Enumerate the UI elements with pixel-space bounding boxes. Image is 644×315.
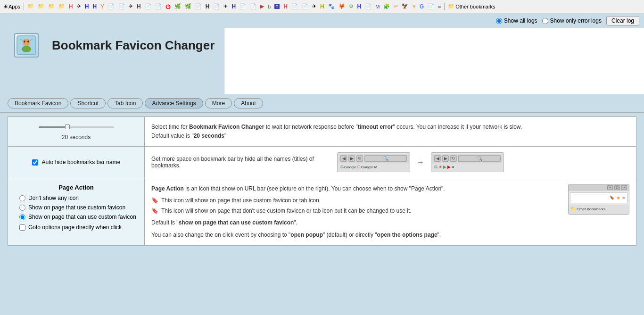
bm-more-chevron[interactable]: » — [437, 3, 442, 10]
pa-radio-custom[interactable] — [19, 205, 25, 211]
after-bm-youtube: ▶ — [447, 165, 451, 169]
bm-icon-15[interactable]: 📄 — [194, 3, 203, 10]
show-all-logs-label[interactable]: Show all logs — [496, 17, 537, 24]
nav-refresh: ↻ — [356, 155, 363, 162]
bm-icon-27[interactable]: 📄 — [300, 3, 310, 10]
bm-icon-35[interactable]: М — [374, 3, 381, 10]
bm-icon-20[interactable]: 📄 — [238, 3, 248, 10]
tab-bookmark-favicon[interactable]: Bookmark Favicon — [8, 98, 68, 108]
bm-icon-5[interactable]: Y — [99, 3, 106, 10]
bm-icon-4[interactable]: H — [91, 3, 98, 10]
pa-option-can-use[interactable]: Show on page that can use custom favicon — [19, 214, 136, 220]
bm-icon-41[interactable]: 📄 — [426, 3, 436, 10]
tab-shortcut[interactable]: Shortcut — [70, 98, 106, 108]
bm-icon-13[interactable]: 🌿 — [173, 3, 182, 10]
pw-bm-bar: 📁 Other bookmarks — [569, 205, 629, 214]
pa-green-icon: 🔖 — [151, 196, 158, 205]
bm-icon-6[interactable]: 📄 — [107, 3, 116, 10]
bm-icon-16[interactable]: H — [204, 3, 211, 10]
apps-label: Apps — [8, 4, 20, 9]
pa-option-none[interactable]: Don't show any icon — [19, 195, 79, 201]
bm-icon-25[interactable]: H — [282, 3, 289, 10]
bm-icon-33[interactable]: H — [356, 3, 363, 10]
bm-icon-14[interactable]: 🌿 — [183, 3, 193, 10]
page-icon: 📄 — [108, 3, 115, 9]
goto-checkbox[interactable] — [19, 224, 25, 231]
bm-folder-4[interactable]: 📁 — [57, 3, 66, 10]
other-bookmarks[interactable]: 📁 Other bookmarks — [446, 3, 496, 10]
bm-icon-18[interactable]: ✈ — [222, 3, 229, 10]
autohide-label: Auto hide bookmarks bar name — [42, 159, 121, 166]
bm-icon-1[interactable]: H — [67, 3, 74, 10]
folder-icon: 📁 — [38, 3, 44, 9]
before-browser-bar: ◀ ▶ ↻ 🔍 G Google G Goo — [337, 152, 410, 172]
show-error-logs-radio[interactable] — [542, 18, 548, 24]
apps-bookmark[interactable]: ⊞ Apps — [2, 3, 22, 10]
pa-red-x-icon: 🔖 — [151, 206, 158, 216]
goto-checkbox-row[interactable]: Goto options page directly when click — [15, 224, 138, 231]
tabs-bar: Bookmark Favicon Shortcut Tab Icon Advan… — [0, 94, 644, 112]
settings-table: 20 seconds Select time for Bookmark Favi… — [8, 116, 636, 246]
tab-advance-settings[interactable]: Advance Settings — [145, 98, 203, 108]
bm-icon-40[interactable]: G — [418, 3, 425, 10]
pw-close: × — [621, 185, 627, 190]
pa-radio-can-use[interactable] — [19, 214, 25, 220]
timeout-row: 20 seconds Select time for Bookmark Favi… — [8, 117, 636, 147]
bm-icon-26[interactable]: 📄 — [290, 3, 299, 10]
autohide-checkbox[interactable] — [32, 159, 38, 166]
tab-more[interactable]: More — [205, 98, 232, 108]
bm-icon-21[interactable]: 📄 — [248, 3, 258, 10]
header-panel: Bookmark Favicon Changer — [0, 28, 644, 94]
slider-thumb[interactable] — [65, 124, 70, 129]
bm-icon-31[interactable]: 🦊 — [337, 3, 347, 10]
bm-icon-32[interactable]: ⚙ — [347, 3, 355, 10]
show-error-logs-label[interactable]: Show only error logs — [542, 17, 602, 24]
folder-icon: 📁 — [58, 3, 65, 9]
tab-about[interactable]: About — [234, 98, 263, 108]
bm-icon-10[interactable]: 📄 — [143, 3, 153, 10]
pa-desc-4-pre: Default is " — [151, 219, 179, 226]
bm-icon-30[interactable]: 🐾 — [327, 3, 336, 10]
pa-desc-4-bold: show on page that can use custom favicon — [179, 219, 294, 226]
bm-icon-37[interactable]: ✂ — [392, 3, 399, 10]
bm-separator-2 — [444, 3, 445, 10]
bm-icon-3[interactable]: H — [83, 3, 91, 10]
bm-folder-3[interactable]: 📁 — [47, 3, 56, 10]
bm-icon-11[interactable]: 📄 — [154, 3, 163, 10]
bm-icon-34[interactable]: 📄 — [363, 3, 373, 10]
autohide-right-col: Get more space on bookmark bar by hide a… — [145, 147, 636, 178]
autohide-cell: Auto hide bookmarks bar name — [15, 159, 138, 166]
bm-icon-19[interactable]: H — [230, 3, 237, 10]
bm-folder-1[interactable]: 📁 — [26, 3, 35, 10]
bm-icon-39[interactable]: Y — [411, 3, 417, 10]
bm-icon-9[interactable]: H — [135, 3, 142, 10]
clear-log-button[interactable]: Clear log — [606, 16, 639, 25]
bm-icon-29[interactable]: H — [319, 3, 326, 10]
bm-icon-2[interactable]: ✈ — [75, 3, 83, 10]
bm-icon-28[interactable]: ✈ — [311, 3, 318, 10]
pw-folder-icon: 📁 — [570, 206, 576, 213]
tab-tab-icon[interactable]: Tab Icon — [107, 98, 143, 108]
bm-icon-22[interactable]: ▶ — [259, 3, 265, 10]
show-all-logs-radio[interactable] — [496, 18, 502, 24]
bm-icon-8[interactable]: ✈ — [127, 3, 134, 10]
bm-icon-24[interactable]: 🅰 — [273, 3, 281, 10]
after-bm-bar: G ★ ▶ ▶ ≡ — [432, 163, 503, 171]
header-left: Bookmark Favicon Changer — [5, 28, 224, 94]
bm-icon-36[interactable]: 🧩 — [382, 3, 391, 10]
pa-desc-2: This icon will show on page that use cus… — [161, 196, 321, 205]
bm-icon-23[interactable]: b — [266, 3, 272, 10]
pa-option-custom[interactable]: Show on page that use custom favicon — [19, 204, 125, 211]
bm-icon-38[interactable]: 🦅 — [400, 3, 410, 10]
bm-folder-2[interactable]: 📁 — [36, 3, 46, 10]
page-icon-3: 📄 — [145, 3, 151, 9]
goto-label: Goto options page directly when click — [28, 224, 122, 231]
after-browser-top: ◀ ▶ ↻ 🔍 — [432, 154, 503, 163]
page-icon-6: 📄 — [213, 3, 220, 9]
pw-star-icon: ★ — [616, 194, 620, 202]
bm-icon-7[interactable]: 📄 — [117, 3, 126, 10]
pa-radio-none[interactable] — [19, 195, 25, 201]
pa-right-content: Page Action is an icon that show on URL … — [151, 184, 629, 240]
bm-icon-12[interactable]: ⏻ — [164, 3, 172, 10]
bm-icon-17[interactable]: 📄 — [212, 3, 221, 10]
